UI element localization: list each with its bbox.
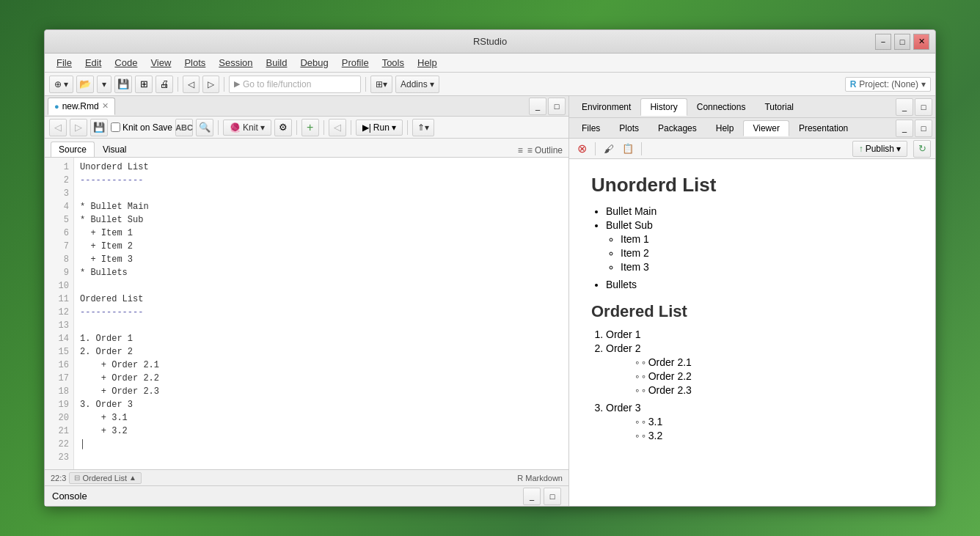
minimize-editor-button[interactable]: _ [529,98,546,115]
addins-dropdown-icon: ▾ [430,79,434,89]
menu-file[interactable]: File [51,56,78,70]
arrow-right-icon: ▶ [234,79,240,89]
knit-on-save-checkbox[interactable] [111,122,120,132]
viewer-toolbar: ⊗ 🖌 📋 ↑ Publish ▾ ↻ [569,139,935,159]
open-file-button[interactable]: 📂 [76,76,94,93]
add-chunk-button[interactable]: + [301,119,319,136]
print-button[interactable]: 🖨 [156,76,173,93]
right-panel: Environment History Connections Tutorial… [569,96,935,506]
go-back-button[interactable]: ◁ [329,119,346,136]
go-to-file-input-container[interactable]: ▶ Go to file/function [229,76,361,93]
source-visual-tabs: Source Visual ≡ ≡ Outline [45,139,568,158]
viewer-content: Unorderd List Bullet Main Bullet Sub Ite… [569,159,935,506]
forward-button[interactable]: ▷ [70,119,87,136]
editor-save-button[interactable]: 💾 [90,119,108,136]
main-area: ● new.Rmd ✕ _ □ ◁ ▷ 💾 Knit on Save ABC [45,96,935,506]
rstudio-window: RStudio − □ ✕ File Edit Code View Plots … [44,29,936,507]
tab-presentation[interactable]: Presentation [789,120,858,136]
grid-button[interactable]: ⊞▾ [370,76,392,93]
viewer-sep-1 [595,142,596,155]
minimize-right-bottom-button[interactable]: _ [896,120,913,137]
new-icon: ⊕ [54,79,62,89]
maximize-button[interactable]: □ [894,34,910,50]
tab-environment[interactable]: Environment [572,98,640,116]
menu-edit[interactable]: Edit [79,56,107,70]
project-selector[interactable]: R Project: (None) ▾ [845,77,931,92]
maximize-console-button[interactable]: □ [544,488,561,505]
menu-build[interactable]: Build [260,56,293,70]
editor-tab-new-rmd[interactable]: ● new.Rmd ✕ [48,98,115,115]
tab-plots[interactable]: Plots [610,120,648,136]
window-controls: − □ ✕ [875,34,929,50]
undo-button[interactable]: ◁ [183,76,200,93]
code-content[interactable]: Unorderd List ------------ * Bullet Main… [74,158,568,469]
section-icon: ⊟ [74,474,80,482]
menu-tools[interactable]: Tools [376,56,410,70]
back-button[interactable]: ◁ [49,119,67,136]
maximize-right-top-button[interactable]: □ [915,98,932,116]
copy-button[interactable]: 📋 [620,141,636,157]
viewer-sub-list: Item 1 Item 2 Item 3 [621,233,913,273]
outline-icon: ≡ [518,145,523,155]
tab-history[interactable]: History [640,98,687,116]
publish-source-button[interactable]: ⇑▾ [412,119,434,136]
section-indicator[interactable]: ⊟ Ordered List ▲ [69,472,141,484]
tab-files[interactable]: Files [572,120,610,136]
knit-on-save-label[interactable]: Knit on Save [111,122,172,133]
save-button[interactable]: 💾 [114,76,132,93]
minimize-right-top-button[interactable]: _ [896,98,913,116]
right-top-tabs: Environment History Connections Tutorial… [569,96,935,118]
viewer-item-2: Item 2 [621,247,913,259]
brush-button[interactable]: 🖌 [601,141,617,157]
tab-tutorial[interactable]: Tutorial [755,98,803,116]
refresh-viewer-button[interactable]: ↻ [913,140,931,158]
viewer-bullet-sub: Bullet Sub Item 1 Item 2 Item 3 [606,219,913,273]
code-line-11: Ordered List [80,293,563,306]
menu-view[interactable]: View [145,56,177,70]
knit-button[interactable]: 🧶 Knit ▾ [223,120,271,136]
code-line-2: ------------ [80,174,563,187]
viewer-order-2-3: ◦ Order 2.3 [635,384,913,396]
code-line-17: + Order 2.2 [80,372,563,385]
menu-code[interactable]: Code [109,56,143,70]
spell-check-button[interactable]: ABC [175,119,193,136]
find-button[interactable]: 🔍 [196,119,213,136]
minimize-button[interactable]: − [875,34,891,50]
cursor-position: 22:3 [51,474,66,482]
open-dropdown-button[interactable]: ▾ [97,76,111,93]
visual-tab[interactable]: Visual [95,142,134,157]
menu-debug[interactable]: Debug [294,56,334,70]
tab-connections[interactable]: Connections [687,98,756,116]
project-dropdown-icon: ▾ [921,79,926,89]
editor-sep-2 [296,120,297,135]
code-editor: 12345 678910 1112131415 1617181920 21222… [45,158,568,469]
tab-packages[interactable]: Packages [648,120,706,136]
redo-button[interactable]: ▷ [202,76,219,93]
addins-button[interactable]: Addins ▾ [395,76,439,93]
clear-viewer-button[interactable]: ⊗ [574,141,590,157]
tab-close-button[interactable]: ✕ [102,101,109,111]
open-icon: 📂 [79,78,91,89]
save-all-button[interactable]: ⊞ [135,76,153,93]
publish-button[interactable]: ↑ Publish ▾ [852,141,907,157]
minimize-console-button[interactable]: _ [523,488,541,505]
viewer-sep-2 [641,142,642,155]
new-file-button[interactable]: ⊕ ▾ [49,76,73,93]
knit-gear-button[interactable]: ⚙ [274,119,292,136]
tab-viewer[interactable]: Viewer [743,120,789,136]
menu-profile[interactable]: Profile [336,56,375,70]
tab-help[interactable]: Help [706,120,744,136]
outline-button[interactable]: ≡ ≡ Outline [518,145,563,157]
maximize-editor-button[interactable]: □ [548,98,566,115]
addins-label: Addins [401,79,428,89]
menu-session[interactable]: Session [213,56,258,70]
code-line-14: 1. Order 1 [80,332,563,345]
menu-help[interactable]: Help [412,56,443,70]
menu-plots[interactable]: Plots [178,56,211,70]
source-tab[interactable]: Source [51,142,95,157]
viewer-order-2-2: ◦ Order 2.2 [635,370,913,382]
run-button[interactable]: ▶| Run ▾ [356,120,403,136]
maximize-right-bottom-button[interactable]: □ [915,120,932,137]
close-button[interactable]: ✕ [913,34,929,50]
section-name: Ordered List [82,474,127,482]
